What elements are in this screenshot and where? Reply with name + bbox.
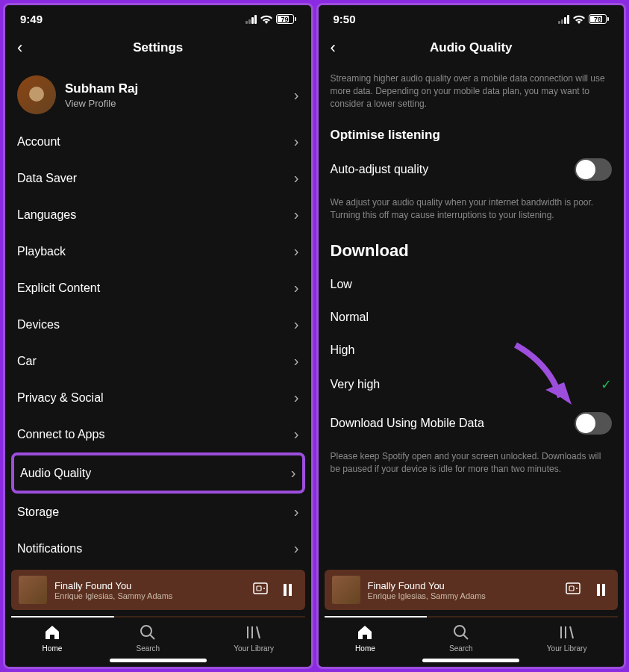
svg-line-4 (150, 635, 154, 639)
setting-row-privacy-social[interactable]: Privacy & Social› (17, 379, 299, 416)
now-playing-bar[interactable]: Finally Found You Enrique Iglesias, Samm… (11, 570, 305, 610)
optimise-section-title: Optimise listening (331, 116, 613, 149)
option-label: Normal (331, 311, 369, 324)
setting-row-data-saver[interactable]: Data Saver› (17, 160, 299, 196)
track-artist: Enrique Iglesias, Sammy Adams (368, 591, 556, 600)
album-art (332, 576, 360, 604)
svg-rect-9 (569, 586, 574, 591)
status-right: 79 (245, 14, 296, 24)
header: ‹ Audio Quality (319, 29, 625, 66)
auto-adjust-label: Auto-adjust quality (331, 163, 429, 176)
phone-settings: 9:49 79 ‹ Settings Subham Raj View Profi… (3, 3, 313, 669)
library-icon (245, 623, 263, 641)
setting-label: Devices (17, 318, 60, 332)
page-title: Audio Quality (430, 40, 513, 55)
mobile-data-toggle[interactable] (575, 412, 612, 435)
setting-label: Audio Quality (20, 467, 91, 480)
setting-row-connect-to-apps[interactable]: Connect to Apps› (17, 416, 299, 452)
track-title: Finally Found You (368, 580, 556, 591)
profile-row[interactable]: Subham Raj View Profile › (17, 66, 299, 123)
phone-audio-quality: 9:50 78 ‹ Audio Quality Streaming higher… (316, 3, 627, 669)
svg-point-3 (141, 626, 151, 636)
download-option-normal[interactable]: Normal (331, 301, 613, 334)
now-playing-bar[interactable]: Finally Found You Enrique Iglesias, Samm… (325, 570, 619, 610)
home-indicator[interactable] (422, 659, 519, 662)
auto-adjust-row: Auto-adjust quality (331, 149, 613, 190)
chevron-right-icon: › (294, 316, 299, 333)
svg-rect-8 (566, 583, 580, 594)
chevron-right-icon: › (294, 87, 299, 104)
setting-row-explicit-content[interactable]: Explicit Content› (17, 270, 299, 306)
check-icon: ✓ (601, 376, 612, 393)
cellular-signal-icon (558, 15, 569, 24)
setting-row-languages[interactable]: Languages› (17, 196, 299, 233)
svg-point-2 (263, 588, 265, 589)
download-option-very-high[interactable]: Very high✓ (331, 367, 613, 402)
connect-devices-button[interactable] (563, 579, 583, 600)
tab-home[interactable]: Home (43, 623, 63, 653)
option-label: High (331, 343, 355, 357)
chevron-right-icon: › (294, 540, 299, 557)
setting-label: Car (17, 355, 37, 368)
download-section-title: Download (331, 228, 613, 268)
setting-label: Connect to Apps (17, 428, 104, 441)
back-button[interactable]: ‹ (331, 38, 336, 57)
chevron-right-icon: › (294, 352, 299, 370)
track-title: Finally Found You (54, 580, 242, 591)
status-time: 9:49 (20, 13, 43, 25)
svg-point-11 (454, 626, 465, 636)
home-indicator[interactable] (110, 659, 207, 662)
setting-label: Account (17, 135, 60, 149)
tab-home[interactable]: Home (355, 623, 375, 653)
profile-name: Subham Raj (65, 81, 285, 96)
chevron-right-icon: › (294, 169, 299, 187)
album-art (19, 576, 47, 604)
setting-label: Data Saver (17, 172, 77, 185)
settings-content[interactable]: Subham Raj View Profile › Account›Data S… (5, 66, 311, 564)
setting-row-playback[interactable]: Playback› (17, 233, 299, 270)
chevron-right-icon: › (294, 389, 299, 406)
auto-adjust-toggle[interactable] (575, 158, 612, 181)
status-bar: 9:49 79 (5, 5, 311, 29)
back-button[interactable]: ‹ (17, 38, 22, 57)
tab-search[interactable]: Search (449, 623, 473, 653)
setting-label: Playback (17, 245, 66, 258)
mobile-data-description: Please keep Spotify open and your screen… (331, 444, 613, 482)
setting-row-account[interactable]: Account› (17, 123, 299, 160)
search-icon (452, 623, 470, 641)
pause-button[interactable] (591, 580, 610, 600)
streaming-description: Streaming higher audio quality over a mo… (331, 66, 613, 116)
download-option-low[interactable]: Low (331, 268, 613, 301)
svg-line-12 (463, 635, 468, 639)
setting-row-audio-quality[interactable]: Audio Quality› (11, 452, 305, 494)
cellular-signal-icon (245, 15, 257, 24)
home-icon (43, 623, 61, 641)
chevron-right-icon: › (294, 206, 299, 223)
setting-row-devices[interactable]: Devices› (17, 306, 299, 343)
audio-quality-content[interactable]: Streaming higher audio quality over a mo… (319, 66, 625, 564)
chevron-right-icon: › (294, 426, 299, 443)
chevron-right-icon: › (294, 503, 299, 520)
connect-devices-button[interactable] (250, 579, 271, 600)
wifi-icon (573, 15, 585, 24)
auto-adjust-description: We adjust your audio quality when your i… (331, 190, 613, 228)
tab-search[interactable]: Search (136, 623, 160, 653)
setting-row-storage[interactable]: Storage› (17, 494, 299, 530)
status-right: 78 (558, 14, 609, 24)
chevron-right-icon: › (291, 464, 296, 482)
option-label: Low (331, 278, 352, 291)
wifi-icon (260, 15, 272, 24)
header: ‹ Settings (5, 29, 311, 66)
tab-library[interactable]: Your Library (234, 623, 274, 653)
setting-label: Storage (17, 505, 59, 519)
library-icon (558, 623, 576, 641)
tab-library[interactable]: Your Library (547, 623, 587, 653)
setting-row-notifications[interactable]: Notifications› (17, 530, 299, 564)
battery-icon: 78 (589, 14, 609, 24)
pause-button[interactable] (278, 580, 298, 600)
status-time: 9:50 (334, 13, 356, 25)
chevron-right-icon: › (294, 279, 299, 296)
home-icon (356, 623, 374, 641)
download-option-high[interactable]: High (331, 334, 613, 367)
setting-row-car[interactable]: Car› (17, 343, 299, 379)
